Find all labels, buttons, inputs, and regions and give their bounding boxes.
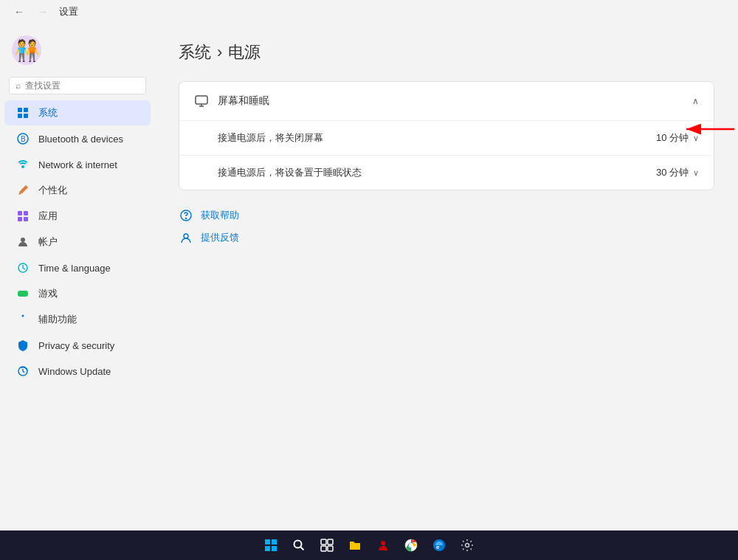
sleep-label: 接通电源后，将设备置于睡眠状态 <box>218 166 362 179</box>
screen-icon <box>194 94 209 108</box>
sidebar-label-gaming: 游戏 <box>38 287 58 300</box>
window-title: 设置 <box>59 5 78 18</box>
svg-point-14 <box>20 293 21 294</box>
helper-links: 获取帮助 提供反馈 <box>179 208 714 245</box>
sleep-row[interactable]: 接通电源后，将设备置于睡眠状态 30 分钟 ∨ <box>179 155 714 190</box>
nav-buttons: ← → <box>9 1 53 22</box>
taskbar-search-button[interactable] <box>287 533 311 557</box>
screen-sleep-header[interactable]: 屏幕和睡眠 ∧ <box>179 82 714 120</box>
svg-rect-34 <box>328 546 333 551</box>
svg-point-30 <box>294 541 302 548</box>
svg-rect-0 <box>18 108 22 112</box>
sidebar-item-accounts[interactable]: 帐户 <box>4 229 151 255</box>
time-icon <box>16 261 30 274</box>
accessibility-icon <box>16 313 30 326</box>
svg-point-11 <box>21 238 25 242</box>
sidebar-label-time: Time & language <box>38 263 111 274</box>
screen-sleep-card: 屏幕和睡眠 ∧ 接通电源后，将关闭屏幕 10 分钟 ∨ 接通电源后，将设备置于睡… <box>179 81 714 190</box>
avatar: 🧑‍🤝‍🧑 <box>12 35 41 65</box>
sleep-value: 30 分钟 <box>656 166 689 179</box>
title-bar: ← → 设置 <box>0 0 738 24</box>
svg-rect-26 <box>265 539 270 545</box>
sidebar-item-apps[interactable]: 应用 <box>4 204 151 229</box>
taskbar-files-button[interactable] <box>343 533 367 557</box>
screen-off-value: 10 分钟 <box>656 131 689 145</box>
screen-sleep-title: 屏幕和睡眠 <box>218 94 269 108</box>
svg-point-15 <box>22 291 24 293</box>
svg-rect-31 <box>321 539 326 545</box>
svg-point-37 <box>409 543 413 547</box>
network-icon <box>16 158 30 171</box>
svg-rect-9 <box>18 217 22 221</box>
svg-rect-7 <box>18 211 22 215</box>
feedback-link[interactable]: 提供反馈 <box>179 230 714 245</box>
sidebar-item-accessibility[interactable]: 辅助功能 <box>4 307 151 332</box>
svg-point-35 <box>381 541 385 545</box>
sleep-right: 30 分钟 ∨ <box>656 166 699 179</box>
svg-text:e: e <box>436 544 440 550</box>
taskbar-app2-button[interactable]: e <box>427 533 451 557</box>
get-help-link[interactable]: 获取帮助 <box>179 208 714 223</box>
sidebar-label-network: Network & internet <box>38 159 117 170</box>
sidebar-item-personalization[interactable]: 个性化 <box>4 178 151 203</box>
card-header-left: 屏幕和睡眠 <box>194 94 269 108</box>
sidebar-item-system[interactable]: 系统 <box>4 100 151 125</box>
svg-text:B: B <box>21 135 26 143</box>
sidebar-item-network[interactable]: Network & internet <box>4 152 151 177</box>
sidebar-item-windowsupdate[interactable]: Windows Update <box>4 359 151 384</box>
sidebar-label-accessibility: 辅助功能 <box>38 313 77 326</box>
sidebar-label-bluetooth: Bluetooth & devices <box>38 134 123 145</box>
taskbar-chrome-button[interactable] <box>399 533 423 557</box>
windowsupdate-icon <box>16 364 30 378</box>
app-container: 🧑‍🤝‍🧑 ⌕ 系统 B <box>0 24 738 530</box>
svg-rect-29 <box>272 546 277 551</box>
svg-point-6 <box>21 165 24 168</box>
taskbar-taskview-button[interactable] <box>315 533 339 557</box>
sidebar-item-time[interactable]: Time & language <box>4 255 151 280</box>
svg-point-16 <box>22 294 24 296</box>
user-profile: 🧑‍🤝‍🧑 <box>0 30 155 77</box>
svg-point-17 <box>24 293 26 294</box>
get-help-label: 获取帮助 <box>201 209 239 222</box>
svg-rect-8 <box>24 211 28 215</box>
breadcrumb-separator: › <box>217 43 222 62</box>
sidebar-label-personalization: 个性化 <box>38 184 67 197</box>
accounts-icon <box>16 235 30 249</box>
taskbar-windows-button[interactable] <box>259 533 283 557</box>
bluetooth-icon: B <box>16 132 30 145</box>
breadcrumb-parent: 系统 <box>179 41 211 63</box>
back-button[interactable]: ← <box>9 1 30 22</box>
sidebar-label-system: 系统 <box>38 106 58 120</box>
gaming-icon <box>16 287 30 300</box>
svg-point-23 <box>184 234 188 238</box>
search-icon: ⌕ <box>15 80 21 91</box>
svg-rect-32 <box>328 539 333 545</box>
svg-rect-3 <box>24 114 28 118</box>
sidebar-item-privacy[interactable]: Privacy & security <box>4 333 151 358</box>
forward-button[interactable]: → <box>32 1 53 22</box>
svg-rect-33 <box>321 546 326 551</box>
search-box[interactable]: ⌕ <box>9 77 146 94</box>
sidebar-item-bluetooth[interactable]: B Bluetooth & devices <box>4 126 151 151</box>
svg-point-40 <box>466 544 469 547</box>
breadcrumb-current: 电源 <box>228 41 261 63</box>
svg-point-22 <box>186 218 187 219</box>
feedback-icon <box>179 230 193 245</box>
screen-off-right: 10 分钟 ∨ <box>656 131 699 145</box>
chevron-up-icon: ∧ <box>692 96 699 106</box>
apps-icon <box>16 210 30 223</box>
taskbar-person-button[interactable] <box>371 533 395 557</box>
help-icon <box>179 208 193 223</box>
main-content: 系统 › 电源 屏幕和睡眠 ∧ 接通电源后 <box>155 24 738 530</box>
screen-off-row[interactable]: 接通电源后，将关闭屏幕 10 分钟 ∨ <box>179 120 714 155</box>
search-input[interactable] <box>25 80 139 91</box>
svg-rect-20 <box>196 96 207 104</box>
svg-point-18 <box>22 315 24 317</box>
sidebar-label-windowsupdate: Windows Update <box>38 366 111 377</box>
svg-rect-10 <box>24 217 28 221</box>
sidebar-label-accounts: 帐户 <box>38 235 58 249</box>
system-icon <box>16 106 30 120</box>
svg-rect-27 <box>272 539 277 545</box>
sidebar-item-gaming[interactable]: 游戏 <box>4 281 151 306</box>
taskbar-settings-button[interactable] <box>455 533 479 557</box>
